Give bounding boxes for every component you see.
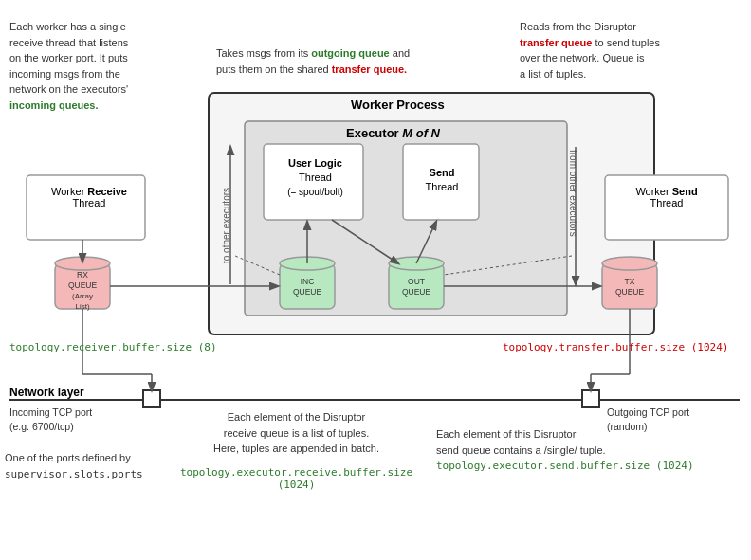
worker-send-thread: Worker Send Thread	[611, 186, 723, 208]
tx-queue-label: TXQUEUE	[606, 277, 653, 298]
annotation-bottom-left: One of the ports defined by supervisor.s…	[5, 450, 171, 482]
svg-line-22	[235, 256, 280, 275]
receiver-buffer-config: topology.receiver.buffer.size (8)	[9, 341, 217, 353]
user-logic-sublabel: Thread	[270, 171, 360, 185]
annotation-top-right: Reads from the Disruptor transfer queue …	[520, 19, 738, 81]
user-logic-label: User Logic	[270, 156, 360, 171]
svg-point-11	[389, 257, 444, 270]
svg-point-13	[602, 257, 657, 270]
outgoing-tcp-label: Outgoing TCP port(random)	[607, 406, 689, 433]
executor-receive-buffer-config: topology.executor.receive.buffer.size (1…	[175, 466, 417, 491]
svg-point-7	[55, 257, 110, 270]
worker-send-label1: Worker	[635, 186, 669, 197]
rx-queue-label: RXQUEUE(ArrayList)	[59, 270, 106, 313]
svg-rect-25	[143, 390, 160, 407]
from-other-executors-label: from other executors	[568, 150, 578, 273]
annotation-bottom-right: Each element of this Disruptor send queu…	[436, 426, 702, 475]
annotation-bottom-mid-left: Each element of the Disruptor receive qu…	[175, 409, 417, 457]
inc-queue-label: INCQUEUE	[284, 277, 331, 298]
executor-send-buffer-config: topology.executor.send.buffer.size (1024…	[436, 460, 694, 472]
svg-rect-26	[582, 390, 599, 407]
send-thread-label: Send	[410, 166, 474, 180]
out-queue-label: OUTQUEUE	[393, 277, 440, 298]
worker-process-title: Worker Process	[351, 98, 445, 112]
svg-point-9	[280, 257, 335, 270]
to-other-executors-label: to other executors	[221, 150, 231, 263]
worker-receive-label2: Thread	[73, 197, 106, 208]
svg-line-18	[416, 222, 436, 263]
annotation-top-left: Each worker has a single receive thread …	[9, 19, 204, 113]
annotation-incoming: incoming queues.	[9, 99, 99, 111]
network-layer-label: Network layer	[9, 386, 84, 399]
svg-line-23	[444, 256, 572, 275]
worker-send-label2: Thread	[650, 197, 684, 208]
transfer-buffer-config: topology.transfer.buffer.size (1024)	[503, 341, 728, 353]
worker-receive-thread: Worker Receive Thread	[33, 186, 145, 208]
user-logic-sublabel2: (= spout/bolt)	[270, 186, 360, 199]
worker-send-bold: Send	[672, 186, 698, 197]
annotation-top-middle: Takes msgs from its outgoing queue and p…	[216, 45, 472, 77]
diagram-container: Worker Process Executor M of N User Logi…	[0, 0, 751, 560]
svg-line-16	[332, 220, 398, 263]
user-logic-thread: User Logic Thread (= spout/bolt)	[270, 156, 360, 199]
send-thread-sublabel: Thread	[410, 180, 474, 194]
worker-receive-bold: Receive	[87, 186, 127, 197]
worker-receive-label1: Worker	[51, 186, 84, 197]
executor-title: Executor M of N	[346, 126, 440, 140]
send-thread: Send Thread	[410, 166, 474, 195]
incoming-tcp-label: Incoming TCP port(e.g. 6700/tcp)	[9, 406, 92, 433]
